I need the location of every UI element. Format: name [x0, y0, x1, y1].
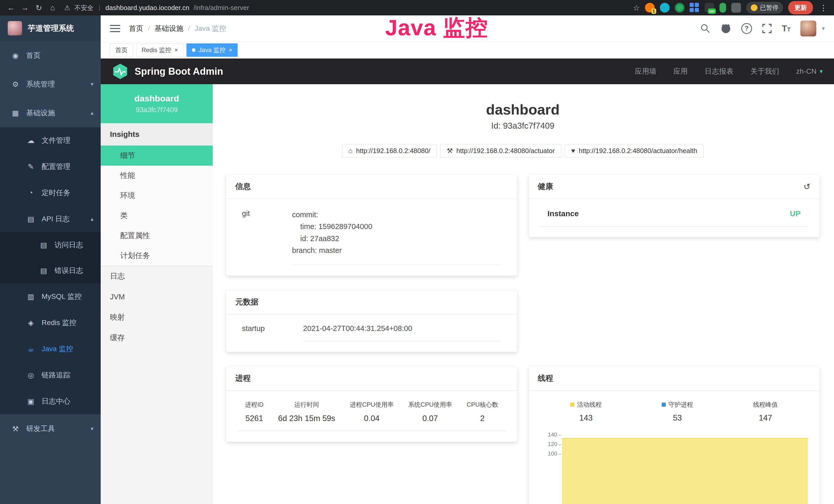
cloud-icon: ☁	[26, 136, 36, 145]
tab-label: Redis 监控	[141, 46, 171, 54]
reload-icon[interactable]: ↻	[33, 3, 45, 12]
ytick: 120	[548, 441, 557, 448]
forward-icon[interactable]: →	[19, 3, 31, 12]
search-icon[interactable]	[700, 23, 710, 33]
sidebar-item-access-logs[interactable]: ▤ 访问日志	[0, 232, 101, 258]
process-col-uptime: 运行时间 6d 23h 15m 59s	[278, 400, 335, 423]
sidebar-item-java-monitor[interactable]: ☕ Java 监控	[0, 336, 101, 362]
sidebar-item-error-logs[interactable]: ▤ 错误日志	[0, 258, 101, 283]
gear-icon: ⚙	[10, 80, 21, 89]
sidebar-item-api-logs[interactable]: ▤ API 日志 ▴	[0, 206, 101, 232]
update-button[interactable]: 更新	[788, 1, 813, 15]
extension-icon-dark[interactable]: on	[705, 3, 714, 13]
instance-item-label: 映射	[110, 312, 125, 322]
insights-group-title: Insights	[101, 123, 213, 145]
threads-chart-area	[562, 438, 808, 504]
tab-label: 首页	[115, 46, 128, 54]
tab-redis-monitor[interactable]: Redis 监控 ×	[136, 43, 183, 57]
chevron-up-icon: ▴	[91, 216, 93, 222]
breadcrumb-infra[interactable]: 基础设施	[155, 24, 183, 33]
close-icon[interactable]: ×	[174, 46, 178, 54]
link-actuator-url[interactable]: ⚒ http://192.168.0.2:48080/actuator	[440, 144, 561, 158]
paused-badge[interactable]: 已暂停	[746, 2, 783, 14]
extension-icon-green[interactable]	[675, 3, 684, 13]
instance-item-classes[interactable]: 类	[101, 206, 213, 226]
instance-item-logs[interactable]: 日志	[101, 266, 213, 287]
home-icon[interactable]: ⌂	[47, 3, 59, 12]
instance-item-mappings[interactable]: 映射	[101, 307, 213, 328]
sidebar-item-home[interactable]: ◉ 首页	[0, 41, 101, 70]
infra-icon: ▦	[10, 109, 21, 117]
address-divider: |	[97, 4, 101, 11]
user-avatar[interactable]	[800, 21, 816, 37]
sba-brand[interactable]: Spring Boot Admin	[112, 63, 223, 79]
history-icon[interactable]: ↺	[804, 182, 810, 191]
chevron-down-icon: ▾	[91, 426, 93, 432]
extension-icon-grid[interactable]	[690, 3, 699, 13]
git-branch: branch: master	[292, 245, 501, 256]
sidebar-item-infra[interactable]: ▦ 基础设施 ▴	[0, 98, 101, 127]
back-icon[interactable]: ←	[5, 3, 17, 12]
sidebar-item-tracing[interactable]: ◎ 链路追踪	[0, 362, 101, 388]
address-bar[interactable]: ⚠ 不安全 | dashboard.yudao.iocoder.cn/infra…	[64, 4, 631, 12]
ytick: 140	[548, 431, 557, 438]
url-path: /infra/admin-server	[193, 4, 249, 12]
font-size-icon[interactable]: TT	[782, 23, 791, 33]
extension-icon-teal[interactable]	[660, 3, 670, 13]
sba-nav-journal[interactable]: 日志报表	[705, 67, 733, 76]
cell-value: 0.04	[350, 414, 394, 423]
instance-item-metrics[interactable]: 性能	[101, 166, 213, 186]
sidebar-item-file-management[interactable]: ☁ 文件管理	[0, 127, 101, 154]
bookmark-star-icon[interactable]: ☆	[633, 3, 640, 12]
instance-item-jvm[interactable]: JVM	[101, 287, 213, 307]
sidebar-item-dev-tools[interactable]: ⚒ 研发工具 ▾	[0, 414, 101, 443]
instance-item-label: 性能	[120, 170, 135, 181]
legend-active-threads: 活动线程 143	[570, 400, 601, 422]
app-sidebar: 芋道管理系统 ◉ 首页 ⚙ 系统管理 ▾ ▦ 基础设施 ▴ ☁ 文件管理 ✎	[0, 16, 101, 504]
sidebar-item-redis-monitor[interactable]: ◈ Redis 监控	[0, 310, 101, 336]
instance-item-caches[interactable]: 缓存	[101, 328, 213, 348]
sidebar-item-label: 日志中心	[42, 396, 70, 406]
extension-icon-leaf[interactable]	[720, 3, 726, 13]
legend-label: 活动线程	[577, 400, 601, 409]
instance-item-environment[interactable]: 环境	[101, 186, 213, 206]
sba-nav-about[interactable]: 关于我们	[750, 67, 779, 76]
legend-daemon-threads: 守护进程 53	[662, 400, 693, 422]
metadata-card-title: 元数据	[235, 297, 258, 307]
extension-icon-puzzle[interactable]	[731, 3, 741, 13]
sba-nav-applications[interactable]: 应用	[674, 67, 688, 76]
instance-item-config-props[interactable]: 配置属性	[101, 226, 213, 246]
sidebar-item-system[interactable]: ⚙ 系统管理 ▾	[0, 70, 101, 98]
app-logo-title: 芋道管理系统	[28, 23, 74, 33]
tab-home[interactable]: 首页	[110, 43, 133, 57]
sidebar-item-scheduled-tasks[interactable]: ◔ 定时任务	[0, 180, 101, 206]
instance-item-scheduled-tasks[interactable]: 计划任务	[101, 246, 213, 266]
legend-label: 线程峰值	[753, 400, 778, 409]
sidebar-item-mysql-monitor[interactable]: ▥ MySQL 监控	[0, 283, 101, 310]
app-logo[interactable]: 芋道管理系统	[0, 16, 101, 41]
sidebar-item-config-management[interactable]: ✎ 配置管理	[0, 154, 101, 180]
help-icon[interactable]: ?	[741, 23, 752, 34]
instance-header[interactable]: dashboard 93a3fc7f7409	[101, 84, 213, 123]
sba-nav-wall[interactable]: 应用墙	[635, 67, 657, 76]
caret-down-icon[interactable]: ▾	[822, 25, 825, 32]
legend-value: 53	[662, 413, 693, 422]
github-icon[interactable]	[720, 23, 731, 34]
sidebar-item-log-center[interactable]: ▣ 日志中心	[0, 388, 101, 414]
link-health-url[interactable]: ♥ http://192.168.0.2:48080/actuator/heal…	[565, 144, 704, 158]
fullscreen-icon[interactable]	[762, 23, 772, 33]
sba-logo-icon	[112, 63, 128, 79]
extension-icon-orange[interactable]: 1	[645, 3, 655, 13]
tab-java-monitor[interactable]: Java 监控 ×	[186, 43, 238, 57]
database-icon: ▥	[26, 293, 36, 301]
security-label[interactable]: 不安全	[74, 4, 93, 12]
hamburger-icon[interactable]	[110, 25, 120, 32]
health-card-title: 健康	[538, 181, 553, 192]
breadcrumb-home[interactable]: 首页	[129, 24, 143, 33]
instance-item-details[interactable]: 细节	[101, 145, 213, 166]
link-base-url[interactable]: ⌂ http://192.168.0.2:48080/	[342, 144, 437, 158]
locale-selector[interactable]: zh-CN ▾	[796, 67, 823, 75]
close-icon[interactable]: ×	[228, 46, 232, 54]
instance-item-label: 环境	[120, 190, 135, 201]
browser-menu-icon[interactable]: ⋮	[818, 3, 829, 12]
